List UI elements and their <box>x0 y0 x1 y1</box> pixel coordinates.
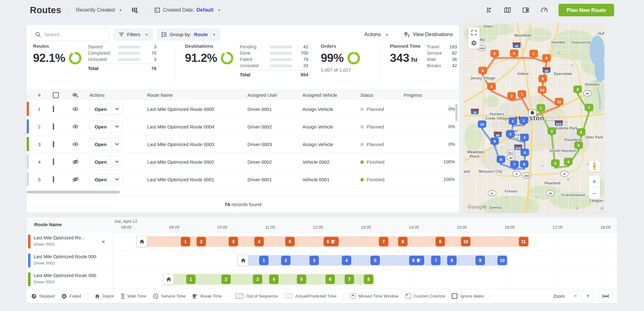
table-row[interactable]: 1OpenLast Mile Optimized Route 0005Drive… <box>27 100 459 118</box>
sort-dropdown[interactable]: Recently Created ▼ <box>74 7 124 13</box>
map-zoom-out-button[interactable]: − <box>589 188 600 199</box>
gantt-stop-1[interactable]: 1 <box>186 275 196 284</box>
toggle-all-visibility-icon[interactable] <box>72 92 79 98</box>
gantt-stop-6[interactable]: 6 <box>409 256 424 265</box>
route-name-cell[interactable]: Last Mile Optimized Route 0005 <box>147 106 214 112</box>
visibility-off-icon[interactable] <box>72 177 79 182</box>
visibility-on-icon[interactable] <box>72 141 79 147</box>
checkbox[interactable] <box>53 176 54 183</box>
filters-button[interactable]: Filters ▼ <box>114 28 153 41</box>
map-view-button[interactable] <box>503 6 512 14</box>
open-button-label[interactable]: Open <box>90 177 111 182</box>
gantt-fit-width-button[interactable] <box>599 291 613 302</box>
vertical-scrollbar[interactable] <box>455 104 458 121</box>
gantt-stop-10[interactable]: 10 <box>461 237 470 246</box>
gantt-stop-5[interactable]: 5 <box>285 237 295 246</box>
gantt-stop-6[interactable]: 6 <box>324 237 339 246</box>
open-button-label[interactable]: Open <box>90 159 111 164</box>
route-name-cell[interactable]: Last Mile Optimized Route 0002 <box>147 159 214 164</box>
checkbox[interactable] <box>53 106 54 112</box>
timeline-view-button[interactable] <box>485 6 494 14</box>
gantt-stop-1[interactable]: 1 <box>259 256 269 265</box>
pegman-control[interactable] <box>589 161 600 172</box>
gantt-zoom-out-button[interactable]: − <box>569 291 582 302</box>
plan-new-route-button[interactable]: Plan New Route <box>558 4 614 16</box>
gantt-depot-marker[interactable] <box>237 255 249 266</box>
open-button[interactable]: Open <box>90 138 123 150</box>
actions-dropdown[interactable]: Actions ▼ <box>363 31 390 38</box>
route-name-cell[interactable]: Last Mile Optimized Route 0003 <box>147 141 214 147</box>
gantt-row-header[interactable]: Last Mile Optimized Route 0003Driver 000… <box>27 270 113 289</box>
gantt-stop-7[interactable]: 7 <box>345 275 354 284</box>
assign-vehicle-link[interactable]: Assign Vehicle <box>303 141 333 147</box>
gantt-stop-3[interactable]: 3 <box>229 237 238 246</box>
route-name-cell[interactable]: Last Mile Optimized Route 0001 <box>147 177 214 182</box>
open-dropdown-toggle[interactable] <box>111 138 122 150</box>
gantt-row-header[interactable]: Last Mile Optimized Ro...Driver 0001✕ <box>27 232 113 251</box>
row-checkbox[interactable] <box>53 124 54 129</box>
open-button[interactable]: Open <box>90 120 123 133</box>
row-checkbox[interactable] <box>53 159 54 164</box>
row-checkbox[interactable] <box>53 141 54 147</box>
close-route-button[interactable]: ✕ <box>99 239 107 245</box>
gantt-stop-11[interactable]: 11 <box>519 237 528 246</box>
gantt-stop-4[interactable]: 4 <box>342 256 351 265</box>
row-checkbox[interactable] <box>53 177 54 182</box>
map-zoom-in-button[interactable]: + <box>589 176 600 187</box>
table-row[interactable]: 4OpenLast Mile Optimized Route 0002Drive… <box>27 153 459 171</box>
gantt-zoom-in-button[interactable]: + <box>582 291 594 302</box>
gantt-stop-8[interactable]: 8 <box>398 237 408 246</box>
view-destinations-button[interactable]: View Destinations <box>402 31 455 38</box>
gantt-row-header[interactable]: Last Mile Optimized Route 0004Driver 000… <box>27 251 113 270</box>
gantt-stop-5[interactable]: 5 <box>297 275 306 284</box>
gantt-stop-7[interactable]: 7 <box>379 237 388 246</box>
gantt-stop-1[interactable]: 1 <box>181 237 190 246</box>
gantt-stop-8[interactable]: 8 <box>364 275 373 284</box>
panel-view-button[interactable] <box>521 6 530 14</box>
open-button[interactable]: Open <box>90 103 123 115</box>
open-button[interactable]: Open <box>90 156 123 168</box>
open-button-label[interactable]: Open <box>90 106 111 112</box>
open-dropdown-toggle[interactable] <box>111 156 122 167</box>
assign-vehicle-link[interactable]: Assign Vehicle <box>303 106 333 112</box>
gantt-stop-6[interactable]: 6 <box>325 275 335 284</box>
gantt-depot-marker[interactable] <box>163 274 174 285</box>
dashboard-button[interactable] <box>540 6 549 14</box>
gantt-stop-2[interactable]: 2 <box>281 256 291 265</box>
gantt-stop-9[interactable]: 9 <box>436 237 445 246</box>
gantt-stop-8[interactable]: 8 <box>447 256 457 265</box>
gantt-stop-2[interactable]: 2 <box>221 275 231 284</box>
search-input[interactable] <box>44 31 105 38</box>
map-panel[interactable]: KleinWestfieldHumbleAtascocitaHuffLouett… <box>464 23 604 213</box>
legend-ignore-dates[interactable]: Ignore dates <box>452 293 484 299</box>
gantt-stop-7[interactable]: 7 <box>431 256 441 265</box>
table-row[interactable]: 2OpenLast Mile Optimized Route 0004Drive… <box>27 118 459 135</box>
open-dropdown-toggle[interactable] <box>111 103 122 115</box>
table-row[interactable]: 3OpenLast Mile Optimized Route 0003Drive… <box>27 135 459 153</box>
gantt-stop-4[interactable]: 4 <box>269 275 279 284</box>
gantt-depot-marker[interactable] <box>136 236 147 247</box>
gantt-stop-4[interactable]: 4 <box>254 237 264 246</box>
columns-settings-button[interactable] <box>130 6 139 14</box>
gantt-stop-3[interactable]: 3 <box>253 275 262 284</box>
created-date-dropdown[interactable]: Created Date: Default ▼ <box>152 6 223 14</box>
gantt-stop-2[interactable]: 2 <box>197 237 206 246</box>
checkbox[interactable] <box>53 141 54 147</box>
checkbox-icon[interactable] <box>452 293 458 299</box>
visibility-on-icon[interactable] <box>72 106 79 112</box>
horizontal-scrollbar[interactable] <box>27 191 120 194</box>
visibility-on-icon[interactable] <box>72 124 79 129</box>
open-button-label[interactable]: Open <box>90 141 111 147</box>
open-dropdown-toggle[interactable] <box>111 121 122 132</box>
open-dropdown-toggle[interactable] <box>111 173 122 185</box>
map-settings-button[interactable] <box>470 39 478 47</box>
checkbox[interactable] <box>53 123 54 130</box>
group-by-button[interactable]: Group by: Route ▼ <box>156 28 221 41</box>
checkbox[interactable] <box>53 158 54 165</box>
open-button[interactable]: Open <box>90 173 123 185</box>
table-row[interactable]: 5OpenLast Mile Optimized Route 0001Drive… <box>27 171 459 188</box>
row-checkbox[interactable] <box>53 106 54 112</box>
map-canvas[interactable]: KleinWestfieldHumbleAtascocitaHuffLouett… <box>464 23 604 213</box>
open-button-label[interactable]: Open <box>90 124 111 129</box>
visibility-off-icon[interactable] <box>72 159 79 164</box>
